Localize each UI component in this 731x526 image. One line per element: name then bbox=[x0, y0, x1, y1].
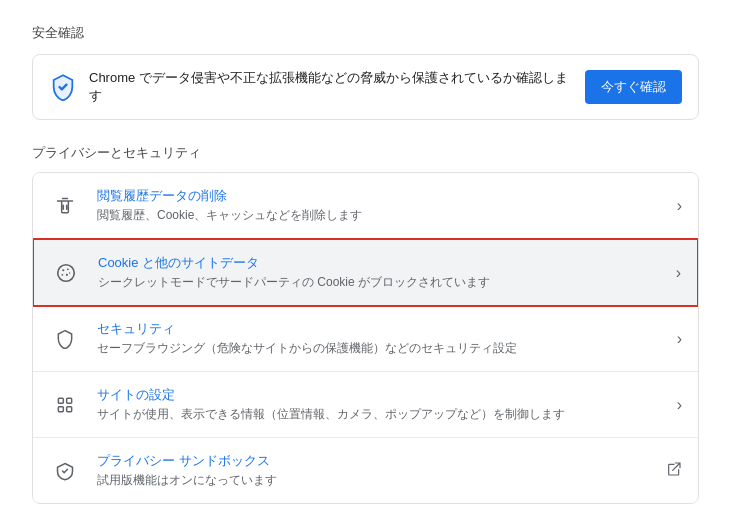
chevron-right-icon-site: › bbox=[677, 396, 682, 414]
site-settings-text: サイトの設定 サイトが使用、表示できる情報（位置情報、カメラ、ポップアップなど）… bbox=[97, 386, 669, 423]
settings-item-site-settings[interactable]: サイトの設定 サイトが使用、表示できる情報（位置情報、カメラ、ポップアップなど）… bbox=[33, 372, 698, 438]
chevron-right-icon-security: › bbox=[677, 330, 682, 348]
shield-safety-icon bbox=[49, 73, 77, 101]
settings-list: 閲覧履歴データの削除 閲覧履歴、Cookie、キャッシュなどを削除します › C… bbox=[32, 172, 699, 504]
cookies-text: Cookie と他のサイトデータ シークレットモードでサードパーティの Cook… bbox=[98, 254, 668, 291]
security-text: セキュリティ セーフブラウジング（危険なサイトからの保護機能）などのセキュリティ… bbox=[97, 320, 669, 357]
privacy-title: プライバシーとセキュリティ bbox=[32, 144, 699, 162]
site-settings-icon bbox=[49, 389, 81, 421]
clear-browsing-text: 閲覧履歴データの削除 閲覧履歴、Cookie、キャッシュなどを削除します bbox=[97, 187, 669, 224]
privacy-sandbox-title: プライバシー サンドボックス bbox=[97, 452, 658, 470]
site-settings-desc: サイトが使用、表示できる情報（位置情報、カメラ、ポップアップなど）を制御します bbox=[97, 406, 669, 423]
safety-card: Chrome でデータ侵害や不正な拡張機能などの脅威から保護されているか確認しま… bbox=[32, 54, 699, 120]
safety-section: 安全確認 Chrome でデータ侵害や不正な拡張機能などの脅威から保護されている… bbox=[32, 24, 699, 120]
privacy-sandbox-desc: 試用版機能はオンになっています bbox=[97, 472, 658, 489]
privacy-section: プライバシーとセキュリティ 閲覧履歴データの削除 閲覧履歴、Cookie、キャッ… bbox=[32, 144, 699, 504]
svg-point-2 bbox=[67, 268, 69, 270]
svg-point-4 bbox=[66, 273, 68, 275]
safety-description: Chrome でデータ侵害や不正な拡張機能などの脅威から保護されているか確認しま… bbox=[89, 69, 573, 105]
settings-item-cookies[interactable]: Cookie と他のサイトデータ シークレットモードでサードパーティの Cook… bbox=[32, 238, 699, 307]
settings-item-security[interactable]: セキュリティ セーフブラウジング（危険なサイトからの保護機能）などのセキュリティ… bbox=[33, 306, 698, 372]
svg-rect-8 bbox=[58, 406, 63, 411]
chrome-label: Chrome bbox=[89, 70, 135, 85]
safety-desc-rest: でデータ侵害や不正な拡張機能などの脅威から保護されているか確認します bbox=[89, 70, 568, 103]
site-settings-title: サイトの設定 bbox=[97, 386, 669, 404]
clear-browsing-title: 閲覧履歴データの削除 bbox=[97, 187, 669, 205]
svg-rect-6 bbox=[58, 398, 63, 403]
svg-rect-9 bbox=[67, 406, 72, 411]
external-link-icon bbox=[666, 461, 682, 481]
cookies-desc: シークレットモードでサードパーティの Cookie がブロックされています bbox=[98, 274, 668, 291]
trash-icon bbox=[49, 190, 81, 222]
sandbox-icon bbox=[49, 455, 81, 487]
svg-point-0 bbox=[58, 264, 75, 281]
chevron-right-icon-cookies: › bbox=[676, 264, 681, 282]
svg-rect-7 bbox=[67, 398, 72, 403]
settings-item-clear-browsing[interactable]: 閲覧履歴データの削除 閲覧履歴、Cookie、キャッシュなどを削除します › bbox=[33, 173, 698, 239]
cookie-icon bbox=[50, 257, 82, 289]
check-now-button[interactable]: 今すぐ確認 bbox=[585, 70, 682, 104]
chevron-right-icon: › bbox=[677, 197, 682, 215]
privacy-sandbox-text: プライバシー サンドボックス 試用版機能はオンになっています bbox=[97, 452, 658, 489]
svg-point-1 bbox=[62, 269, 64, 271]
security-title: セキュリティ bbox=[97, 320, 669, 338]
svg-point-5 bbox=[69, 272, 70, 273]
security-shield-icon bbox=[49, 323, 81, 355]
security-desc: セーフブラウジング（危険なサイトからの保護機能）などのセキュリティ設定 bbox=[97, 340, 669, 357]
safety-title: 安全確認 bbox=[32, 24, 699, 42]
settings-item-privacy-sandbox[interactable]: プライバシー サンドボックス 試用版機能はオンになっています bbox=[33, 438, 698, 503]
svg-point-3 bbox=[61, 273, 63, 275]
cookies-title: Cookie と他のサイトデータ bbox=[98, 254, 668, 272]
clear-browsing-desc: 閲覧履歴、Cookie、キャッシュなどを削除します bbox=[97, 207, 669, 224]
